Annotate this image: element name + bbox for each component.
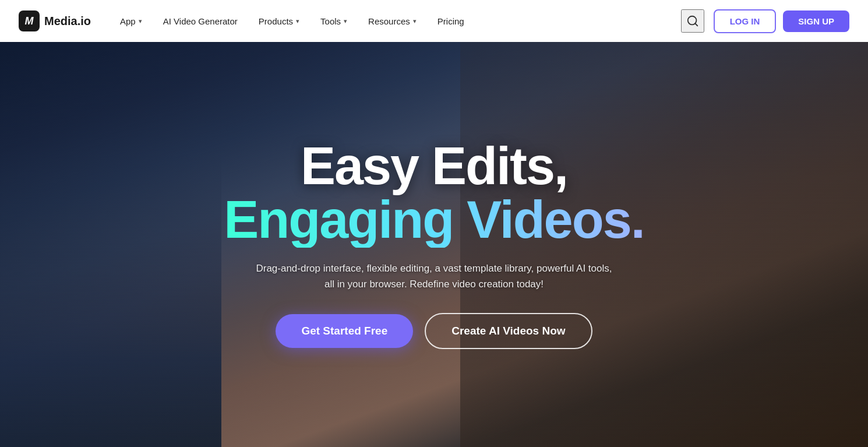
- logo-text: Media.io: [44, 15, 91, 28]
- chevron-down-icon: ▾: [344, 17, 347, 25]
- create-ai-videos-button[interactable]: Create AI Videos Now: [425, 313, 592, 349]
- nav-item-resources[interactable]: Resources ▾: [358, 0, 427, 42]
- logo-icon: M: [19, 10, 40, 31]
- hero-content: Easy Edits, Engaging Videos. Drag-and-dr…: [212, 140, 655, 349]
- navbar: M Media.io App ▾ AI Video Generator Prod…: [0, 0, 868, 42]
- hero-title: Easy Edits, Engaging Videos.: [224, 140, 644, 248]
- nav-item-app[interactable]: App ▾: [110, 0, 153, 42]
- nav-item-tools[interactable]: Tools ▾: [310, 0, 358, 42]
- hero-title-line1: Easy Edits,: [301, 137, 567, 195]
- chevron-down-icon: ▾: [413, 17, 417, 25]
- get-started-button[interactable]: Get Started Free: [276, 314, 413, 348]
- nav-items: App ▾ AI Video Generator Products ▾ Tool…: [110, 0, 849, 42]
- hero-buttons: Get Started Free Create AI Videos Now: [224, 313, 644, 349]
- nav-item-pricing[interactable]: Pricing: [427, 0, 475, 42]
- login-button[interactable]: LOG IN: [714, 9, 777, 33]
- search-button[interactable]: [681, 9, 704, 33]
- search-icon: [686, 15, 699, 27]
- logo-link[interactable]: M Media.io: [19, 10, 91, 31]
- chevron-down-icon: ▾: [139, 17, 142, 25]
- chevron-down-icon: ▾: [296, 17, 299, 25]
- svg-line-1: [695, 23, 697, 26]
- hero-section: Easy Edits, Engaging Videos. Drag-and-dr…: [0, 42, 868, 447]
- nav-item-ai-video-generator[interactable]: AI Video Generator: [153, 0, 248, 42]
- signup-button[interactable]: SIGN UP: [783, 10, 849, 32]
- nav-item-products[interactable]: Products ▾: [248, 0, 310, 42]
- hero-title-line2: Engaging Videos.: [224, 192, 644, 248]
- hero-subtitle: Drag-and-drop interface, flexible editin…: [253, 261, 615, 292]
